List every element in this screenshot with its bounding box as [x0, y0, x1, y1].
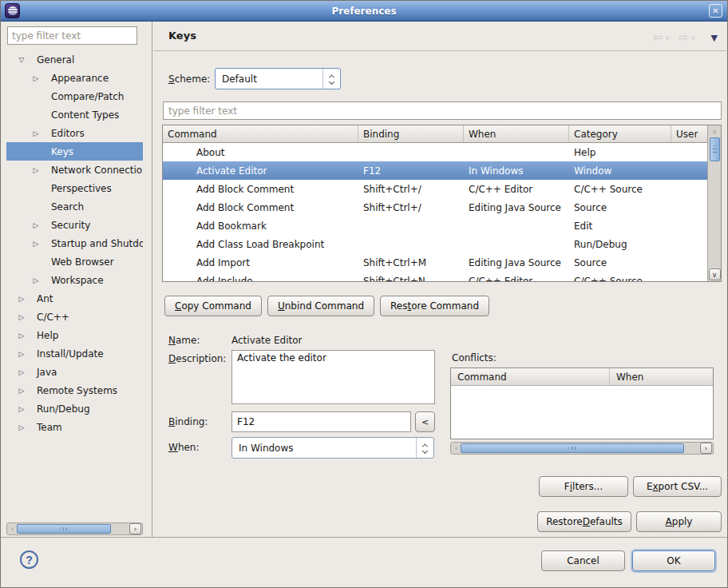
- expand-arrow-icon[interactable]: ▷: [29, 166, 43, 174]
- apply-button[interactable]: Apply: [636, 511, 722, 532]
- cancel-button[interactable]: Cancel: [541, 550, 625, 571]
- sidebar-item-startup-and-shutdown[interactable]: ▷ Startup and Shutdo: [6, 234, 143, 252]
- combo-spinner-icon[interactable]: [416, 438, 433, 458]
- scroll-down-icon[interactable]: ∨: [709, 268, 721, 280]
- back-arrow-icon[interactable]: ⇦: [653, 31, 663, 44]
- copy-command-button[interactable]: Copy Command: [164, 296, 262, 316]
- ok-button[interactable]: OK: [632, 550, 715, 571]
- preferences-dialog: Preferences ✕ ▽ General ▷ Appearance Com…: [0, 0, 728, 588]
- sidebar-filter-input[interactable]: [7, 26, 137, 45]
- sidebar-item-java[interactable]: ▷ Java: [6, 363, 143, 381]
- when-label: When:: [168, 442, 200, 453]
- history-nav: ⇦ ∨ ⇨ ∨ ▼: [653, 31, 718, 44]
- expand-arrow-icon[interactable]: ▷: [29, 240, 43, 248]
- sidebar-horizontal-scrollbar[interactable]: ‹ ›: [6, 522, 143, 535]
- unbind-command-button[interactable]: Unbind Command: [267, 296, 374, 316]
- window-title: Preferences: [1, 6, 727, 17]
- table-vertical-scrollbar[interactable]: ∧ ∨: [707, 125, 721, 281]
- table-row[interactable]: Add Include Shift+Ctrl+N C/C++ Editor C/…: [163, 272, 707, 281]
- table-row[interactable]: Add Bookmark Edit: [163, 217, 707, 235]
- column-header-command[interactable]: Command: [451, 368, 610, 385]
- scroll-left-icon[interactable]: ‹: [8, 524, 17, 534]
- table-row-selected[interactable]: Activate Editor F12 In Windows Window: [163, 161, 707, 180]
- expand-arrow-icon[interactable]: ▷: [14, 368, 29, 376]
- filters-button[interactable]: Filters...: [539, 476, 628, 497]
- expand-arrow-icon[interactable]: ▷: [14, 295, 29, 303]
- description-field[interactable]: Activate the editor: [231, 350, 435, 404]
- table-row[interactable]: Add Block Comment Shift+Ctrl+/ Editing J…: [163, 198, 707, 217]
- sidebar-item-perspectives[interactable]: Perspectives: [6, 179, 143, 197]
- table-row[interactable]: Add Block Comment Shift+Ctrl+/ C/C++ Edi…: [163, 180, 707, 198]
- view-menu-icon[interactable]: ▼: [711, 33, 718, 43]
- column-header-category[interactable]: Category: [569, 125, 671, 142]
- back-menu-chevron-icon[interactable]: ∨: [665, 34, 670, 42]
- sidebar-item-team[interactable]: ▷ Team: [6, 418, 143, 436]
- column-header-binding[interactable]: Binding: [358, 125, 464, 142]
- restore-command-button[interactable]: Restore Command: [380, 296, 489, 316]
- sidebar-item-search[interactable]: Search: [6, 197, 143, 216]
- expand-arrow-icon[interactable]: ▷: [29, 74, 43, 82]
- table-row[interactable]: Add Class Load Breakpoint Run/Debug: [163, 235, 707, 253]
- expand-arrow-icon[interactable]: ▷: [29, 221, 43, 229]
- sidebar-item-web-browser[interactable]: Web Browser: [6, 252, 143, 271]
- scrollbar-thumb[interactable]: [17, 524, 111, 534]
- sidebar-item-security[interactable]: ▷ Security: [6, 216, 143, 234]
- sidebar-item-content-types[interactable]: Content Types: [6, 105, 143, 124]
- column-header-when[interactable]: When: [464, 125, 569, 142]
- expand-arrow-icon[interactable]: ▷: [14, 350, 29, 358]
- preferences-sidebar: ▽ General ▷ Appearance Compare/Patch Con…: [1, 22, 152, 537]
- expand-arrow-icon[interactable]: ▷: [14, 313, 29, 321]
- column-header-user[interactable]: User: [671, 125, 707, 142]
- binding-back-button[interactable]: <: [415, 411, 435, 432]
- sidebar-item-network-connections[interactable]: ▷ Network Connectio: [6, 161, 143, 179]
- title-bar[interactable]: Preferences ✕: [1, 1, 727, 22]
- table-row[interactable]: Add Import Shift+Ctrl+M Editing Java Sou…: [163, 253, 707, 272]
- sidebar-item-compare-patch[interactable]: Compare/Patch: [6, 87, 143, 105]
- dialog-button-bar: ? Cancel OK: [1, 537, 727, 587]
- help-icon[interactable]: ?: [20, 550, 38, 569]
- name-label: Name:: [168, 335, 200, 346]
- key-bindings-table: Command Binding When Category User About…: [162, 125, 722, 282]
- scrollbar-thumb[interactable]: [710, 137, 720, 161]
- binding-label: Binding:: [168, 416, 208, 427]
- page-title: Keys: [168, 30, 196, 42]
- collapse-arrow-icon[interactable]: ▽: [14, 56, 29, 64]
- scroll-right-icon[interactable]: ›: [700, 443, 712, 454]
- export-csv-button[interactable]: Export CSV...: [633, 476, 722, 497]
- keys-filter-input[interactable]: [163, 101, 722, 120]
- expand-arrow-icon[interactable]: ▷: [14, 332, 29, 340]
- scroll-up-icon[interactable]: ∧: [712, 126, 718, 137]
- sidebar-item-help[interactable]: ▷ Help: [6, 326, 143, 344]
- restore-defaults-button[interactable]: Restore Defaults: [537, 511, 631, 532]
- scrollbar-thumb[interactable]: [461, 443, 684, 453]
- sidebar-item-appearance[interactable]: ▷ Appearance: [6, 69, 143, 87]
- when-select[interactable]: In Windows: [231, 437, 434, 459]
- sidebar-item-run-debug[interactable]: ▷ Run/Debug: [6, 399, 143, 418]
- forward-menu-chevron-icon[interactable]: ∨: [691, 34, 696, 42]
- expand-arrow-icon[interactable]: ▷: [14, 387, 29, 395]
- sidebar-item-remote-systems[interactable]: ▷ Remote Systems: [6, 381, 143, 399]
- sidebar-item-general[interactable]: ▽ General: [6, 50, 143, 69]
- column-header-command[interactable]: Command: [163, 125, 358, 142]
- sidebar-item-workspace[interactable]: ▷ Workspace: [6, 271, 143, 289]
- sidebar-item-keys[interactable]: Keys: [6, 142, 143, 161]
- column-header-when[interactable]: When: [610, 368, 713, 385]
- expand-arrow-icon[interactable]: ▷: [14, 423, 29, 431]
- scroll-left-icon[interactable]: ‹: [452, 443, 461, 453]
- expand-arrow-icon[interactable]: ▷: [14, 405, 29, 413]
- binding-field[interactable]: [231, 411, 411, 432]
- forward-arrow-icon[interactable]: ⇨: [679, 31, 689, 44]
- close-icon[interactable]: ✕: [709, 4, 722, 18]
- conflicts-horizontal-scrollbar[interactable]: ‹ ›: [450, 442, 714, 455]
- expand-arrow-icon[interactable]: ▷: [29, 129, 43, 137]
- scroll-right-icon[interactable]: ›: [129, 523, 141, 534]
- combo-spinner-icon[interactable]: [322, 69, 340, 89]
- sidebar-item-ant[interactable]: ▷ Ant: [6, 289, 143, 308]
- expand-arrow-icon[interactable]: ▷: [29, 276, 43, 284]
- table-row[interactable]: About Help: [163, 143, 707, 161]
- sidebar-item-c-cpp[interactable]: ▷ C/C++: [6, 308, 143, 326]
- when-value: In Windows: [232, 443, 416, 454]
- scheme-select[interactable]: Default: [215, 68, 341, 89]
- sidebar-item-install-update[interactable]: ▷ Install/Update: [6, 344, 143, 363]
- sidebar-item-editors[interactable]: ▷ Editors: [6, 124, 143, 142]
